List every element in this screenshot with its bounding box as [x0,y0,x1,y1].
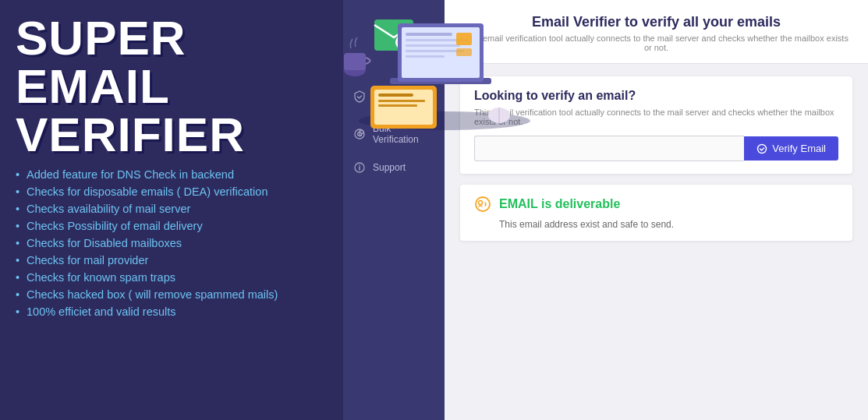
sidebar-item-single[interactable]: Single Verification [343,78,445,115]
sidebar-item-support[interactable]: Support [343,153,445,182]
email-input[interactable] [474,136,744,161]
right-section: Single Verification Bulk Verification [343,0,868,420]
verify-card: Looking to verify an email? This email v… [460,76,852,174]
result-icon [474,196,491,213]
feature-item: Checks for mail provider [16,252,328,269]
verify-card-title: Looking to verify an email? [474,89,838,103]
feature-item: Checks for known spam traps [16,270,328,286]
verify-button-label: Verify Email [772,143,826,154]
svg-point-27 [758,144,767,153]
main-header-subtitle: This email verification tool actually co… [463,34,849,52]
sidebar-item-single-label: Single Verification [373,86,435,108]
sidebar-item-bulk-label: Bulk Verification [373,123,435,145]
result-status-row: EMAIL is deliverable [474,196,838,213]
main-title: SUPER EMAIL VERIFIER [16,14,328,159]
verify-button[interactable]: Verify Email [744,136,838,161]
feature-item: Checks for Disabled mailboxes [16,235,328,252]
verify-button-icon [756,143,767,154]
feature-item: Checks for disposable emails ( DEA) veri… [16,184,328,200]
result-description: This email address exist and safe to sen… [474,219,838,230]
info-icon [353,161,367,175]
feature-item: Checks availability of mail server [16,201,328,217]
sidebar: Single Verification Bulk Verification [343,0,445,420]
result-card: EMAIL is deliverable This email address … [460,185,852,241]
svg-point-28 [476,197,490,211]
sidebar-logo [370,16,417,55]
main-body: Looking to verify an email? This email v… [445,64,868,253]
main-content: Email Verifier to verify all your emails… [445,0,868,420]
feature-item: Checks hacked box ( will remove spammed … [16,287,328,303]
result-status-text: EMAIL is deliverable [499,197,620,211]
verify-input-row: Verify Email [474,136,838,161]
features-list: Added feature for DNS Check in backendCh… [16,167,328,321]
title-line2: VERIFIER [16,108,245,161]
feature-item: 100% efficiet and valid results [16,304,328,320]
sidebar-item-support-label: Support [373,162,406,173]
main-header: Email Verifier to verify all your emails… [445,0,868,64]
sidebar-item-bulk[interactable]: Bulk Verification [343,115,445,153]
at-icon [353,127,367,141]
feature-item: Checks Possibility of email delivery [16,218,328,235]
feature-item: Added feature for DNS Check in backend [16,167,328,183]
shield-icon [353,90,367,104]
verify-card-subtitle: This email verification tool actually co… [474,108,838,126]
left-panel: SUPER EMAIL VERIFIER Added feature for D… [0,0,343,420]
title-line1: SUPER EMAIL [16,11,186,113]
main-header-title: Email Verifier to verify all your emails [463,14,849,30]
svg-point-29 [479,201,483,205]
svg-point-26 [359,164,360,166]
